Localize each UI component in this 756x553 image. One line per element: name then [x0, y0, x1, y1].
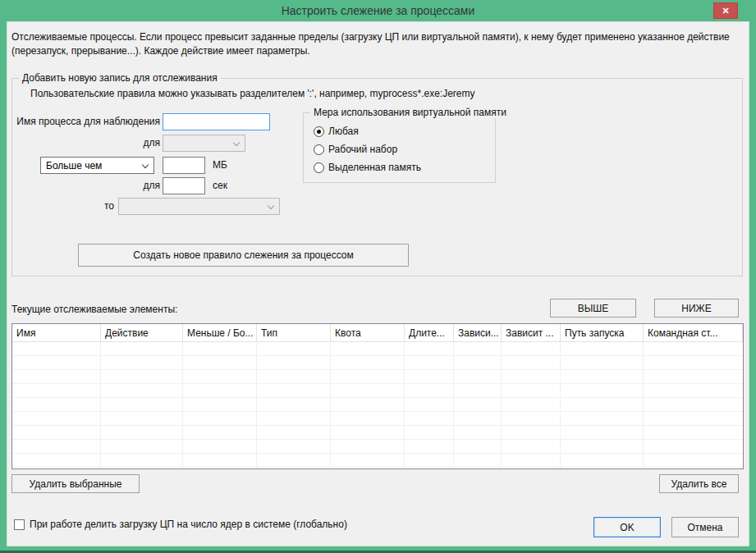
radio-option-1[interactable]: Рабочий набор — [314, 144, 397, 155]
table-cell — [331, 342, 405, 356]
table-cell — [405, 342, 454, 356]
table-cell — [561, 412, 644, 426]
table-cell — [257, 454, 331, 468]
table-cell — [12, 440, 101, 454]
column-header-9[interactable]: Командная ст... — [644, 324, 743, 342]
table-cell — [101, 370, 183, 384]
radio-option-2[interactable]: Выделенная память — [314, 162, 421, 173]
type-combobox[interactable] — [163, 135, 245, 152]
table-cell — [331, 370, 405, 384]
cancel-button[interactable]: Отмена — [671, 517, 739, 537]
rule-syntax-hint: Пользовательские правила можно указывать… — [30, 88, 475, 99]
divide-cpu-checkbox-row[interactable]: При работе делить загрузку ЦП на число я… — [14, 519, 347, 530]
column-header-7[interactable]: Зависит ... — [502, 324, 561, 342]
for-label-1: для — [12, 137, 160, 149]
table-cell — [183, 370, 257, 384]
delete-all-button[interactable]: Удалить все — [659, 474, 739, 493]
table-cell — [331, 356, 405, 370]
table-cell — [183, 384, 257, 398]
table-cell — [12, 384, 101, 398]
table-cell — [502, 398, 561, 412]
table-cell — [502, 356, 561, 370]
column-header-0[interactable]: Имя — [12, 324, 101, 342]
table-cell — [101, 412, 183, 426]
megabytes-input[interactable] — [163, 157, 205, 174]
table-cell — [502, 454, 561, 468]
chevron-down-icon — [233, 139, 240, 146]
action-combobox[interactable] — [118, 198, 280, 215]
table-cell — [257, 440, 331, 454]
table-cell — [405, 384, 454, 398]
table-cell — [561, 454, 644, 468]
move-down-button[interactable]: НИЖЕ — [654, 299, 739, 318]
threshold-combobox-value: Больше чем — [46, 160, 102, 171]
table-cell — [331, 412, 405, 426]
table-cell — [183, 398, 257, 412]
column-header-4[interactable]: Квота — [331, 324, 405, 342]
table-cell — [454, 426, 502, 440]
table-cell — [12, 356, 101, 370]
ok-button[interactable]: OK — [593, 517, 661, 537]
table-cell — [12, 342, 101, 356]
add-rule-groupbox-title: Добавить новую запись для отслеживания — [19, 72, 221, 84]
table-cell — [502, 440, 561, 454]
table-cell — [644, 356, 743, 370]
checkbox-icon — [14, 519, 25, 530]
close-button[interactable]: ✕ — [713, 2, 738, 19]
column-header-1[interactable]: Действие — [101, 324, 183, 342]
table-cell — [454, 454, 502, 468]
table-cell — [502, 412, 561, 426]
table-cell — [454, 440, 502, 454]
table-cell — [101, 384, 183, 398]
move-up-button[interactable]: ВЫШЕ — [550, 299, 636, 318]
table-cell — [405, 398, 454, 412]
table-cell — [561, 426, 644, 440]
process-name-label: Имя процесса для наблюдения — [12, 116, 160, 127]
delete-selected-button[interactable]: Удалить выбранные — [11, 474, 140, 493]
process-name-input[interactable] — [163, 113, 270, 130]
table-cell — [454, 412, 502, 426]
table-cell — [644, 398, 743, 412]
table-body[interactable] — [12, 342, 743, 468]
table-row — [12, 454, 743, 468]
table-row — [12, 398, 743, 412]
create-rule-button[interactable]: Создать новое правило слежения за процес… — [78, 244, 409, 267]
radio-option-0[interactable]: Любая — [314, 126, 359, 137]
table-cell — [183, 412, 257, 426]
threshold-combobox[interactable]: Больше чем — [40, 157, 154, 174]
table-cell — [561, 384, 644, 398]
table-cell — [561, 398, 644, 412]
table-cell — [644, 440, 743, 454]
table-cell — [644, 342, 743, 356]
table-header-row: ИмяДействиеМеньше / Бо...ТипКвотаДлите..… — [12, 324, 743, 342]
table-cell — [331, 440, 405, 454]
table-cell — [644, 412, 743, 426]
table-cell — [183, 440, 257, 454]
monitored-items-table[interactable]: ИмяДействиеМеньше / Бо...ТипКвотаДлите..… — [11, 323, 744, 469]
table-cell — [644, 426, 743, 440]
column-header-2[interactable]: Меньше / Бо... — [183, 324, 257, 342]
column-header-8[interactable]: Путь запуска — [561, 324, 644, 342]
radio-label: Выделенная память — [328, 162, 421, 173]
window-title: Настроить слежение за процессами — [282, 4, 475, 17]
table-cell — [183, 454, 257, 468]
table-cell — [502, 370, 561, 384]
column-header-6[interactable]: Зависи... — [454, 324, 502, 342]
current-items-label: Текущие отслеживаемые элементы: — [11, 304, 177, 315]
table-cell — [257, 342, 331, 356]
column-header-3[interactable]: Тип — [257, 324, 331, 342]
table-cell — [257, 356, 331, 370]
table-cell — [561, 342, 644, 356]
table-cell — [12, 426, 101, 440]
table-cell — [183, 426, 257, 440]
column-header-5[interactable]: Длите... — [405, 324, 454, 342]
table-cell — [331, 426, 405, 440]
title-bar[interactable]: Настроить слежение за процессами — [0, 0, 756, 21]
table-cell — [101, 398, 183, 412]
dialog-window: Настроить слежение за процессами ✕ Отсле… — [0, 0, 756, 553]
seconds-input[interactable] — [163, 177, 205, 194]
table-cell — [405, 426, 454, 440]
table-cell — [257, 426, 331, 440]
add-rule-groupbox: Добавить новую запись для отслеживания П… — [11, 78, 743, 276]
table-row — [12, 384, 743, 398]
